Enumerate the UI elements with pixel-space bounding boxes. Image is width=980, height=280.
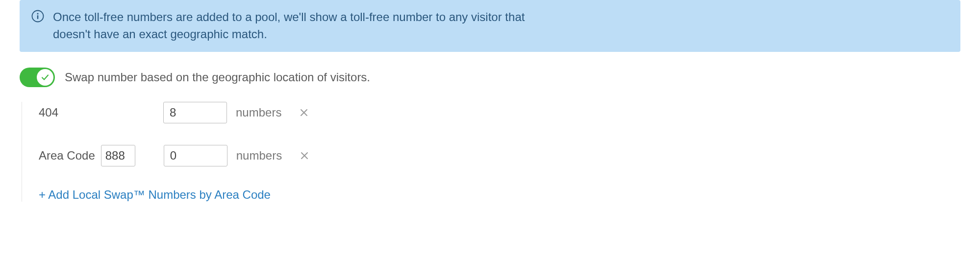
- geo-swap-toggle-label: Swap number based on the geographic loca…: [65, 70, 370, 84]
- remove-row-button[interactable]: [297, 148, 312, 163]
- area-code-row: Area Code numbers: [39, 145, 960, 166]
- numbers-count-input[interactable]: [163, 102, 227, 123]
- area-code-rows: 404 numbers Area Code numbers: [22, 102, 960, 202]
- area-code-label: 404: [39, 106, 163, 119]
- info-banner: Once toll-free numbers are added to a po…: [20, 0, 960, 52]
- close-icon: [300, 151, 309, 161]
- area-code-input[interactable]: [101, 145, 135, 166]
- geo-swap-toggle[interactable]: [20, 68, 55, 87]
- svg-rect-2: [37, 15, 38, 19]
- numbers-count-input[interactable]: [164, 145, 227, 166]
- close-icon: [299, 108, 309, 117]
- check-icon: [40, 72, 50, 82]
- add-local-swap-link[interactable]: + Add Local Swap™ Numbers by Area Code: [39, 188, 271, 202]
- geo-swap-toggle-row: Swap number based on the geographic loca…: [20, 68, 960, 87]
- info-banner-text: Once toll-free numbers are added to a po…: [53, 9, 563, 43]
- area-code-row: 404 numbers: [39, 102, 960, 123]
- info-icon: [31, 10, 44, 25]
- numbers-suffix-label: numbers: [236, 149, 282, 163]
- remove-row-button[interactable]: [296, 105, 312, 120]
- area-code-prefix-label: Area Code: [39, 149, 95, 163]
- numbers-suffix-label: numbers: [236, 106, 281, 119]
- svg-point-1: [37, 13, 38, 14]
- toggle-knob: [37, 69, 53, 86]
